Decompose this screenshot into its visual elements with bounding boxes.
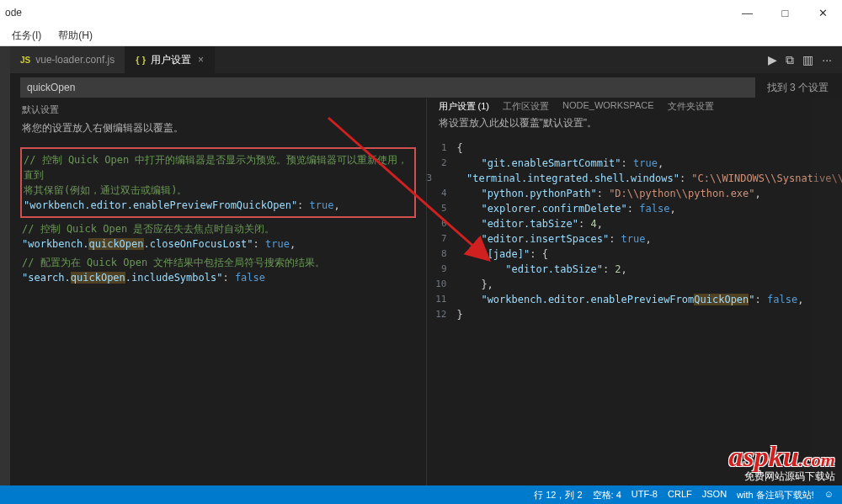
status-encoding[interactable]: UTF-8 <box>632 489 658 501</box>
code-line: 8 "[jade]": { <box>427 247 843 262</box>
setting-line: "search.quickOpen.includeSymbols": false <box>22 270 414 285</box>
status-eol[interactable]: CRLF <box>668 489 692 501</box>
status-feedback-icon[interactable]: ☺ <box>824 489 834 501</box>
settings-scope-tabs: 用户设置 (1) 工作区设置 NODE_WORKSPACE 文件夹设置 <box>427 98 843 116</box>
status-indent[interactable]: 空格: 4 <box>593 489 621 501</box>
close-button[interactable]: ✕ <box>804 0 842 25</box>
code-line: 9 "editor.tabSize": 2, <box>427 262 843 277</box>
line-content: "[jade]": { <box>457 247 843 262</box>
tab-user-settings[interactable]: { } 用户设置 × <box>125 46 215 73</box>
statusbar: 行 12，列 2 空格: 4 UTF-8 CRLF JSON with 备注码下… <box>0 485 842 504</box>
more-actions-icon[interactable]: ··· <box>822 53 832 66</box>
line-content: { <box>457 141 843 156</box>
line-number: 1 <box>427 141 457 156</box>
code-line: 3 "terminal.integrated.shell.windows": "… <box>427 171 843 186</box>
line-number: 12 <box>427 307 457 322</box>
status-extra: with 备注码下载站! <box>737 489 814 501</box>
tab-actions: ▶ ⧉ ▥ ··· <box>768 46 842 73</box>
pane-subtitle: 将设置放入此处以覆盖"默认设置"。 <box>427 116 843 137</box>
search-result-count: 找到 3 个设置 <box>764 81 832 95</box>
run-icon[interactable]: ▶ <box>768 53 777 66</box>
tab-close-icon[interactable]: × <box>198 54 204 66</box>
line-content: "terminal.integrated.shell.windows": "C:… <box>442 171 842 186</box>
settings-search-bar: 找到 3 个设置 <box>10 73 842 98</box>
minimize-button[interactable]: — <box>728 0 766 25</box>
code-line: 6 "editor.tabSize": 4, <box>427 216 843 231</box>
split-view: 默认设置 将您的设置放入右侧编辑器以覆盖。 // 控制 Quick Open 中… <box>10 98 842 485</box>
tab-label: 用户设置 <box>151 53 191 67</box>
line-number: 4 <box>427 186 457 201</box>
pane-title: 默认设置 <box>10 98 426 121</box>
line-content: "explorer.confirmDelete": false, <box>457 201 843 216</box>
status-line-col[interactable]: 行 12，列 2 <box>534 489 582 501</box>
settings-search-input[interactable] <box>20 77 755 98</box>
statusbar-right: 行 12，列 2 空格: 4 UTF-8 CRLF JSON with 备注码下… <box>534 489 834 501</box>
comment-line: 将其保留(例如，通过双击或编辑)。 <box>24 183 413 198</box>
comment-line: // 配置为在 Quick Open 文件结果中包括全局符号搜索的结果。 <box>22 255 414 270</box>
tab-workspace-scope[interactable]: 工作区设置 <box>503 100 549 113</box>
code-line: 4 "python.pythonPath": "D:\\python\\pyth… <box>427 186 843 201</box>
tab-user-scope[interactable]: 用户设置 (1) <box>439 100 490 113</box>
setting-block: // 配置为在 Quick Open 文件结果中包括全局符号搜索的结果。 "se… <box>10 253 426 287</box>
code-line: 11 "workbench.editor.enablePreviewFromQu… <box>427 292 843 307</box>
tabs-left: JS vue-loader.conf.js { } 用户设置 × <box>10 46 215 73</box>
tab-vue-loader[interactable]: JS vue-loader.conf.js <box>10 46 125 73</box>
default-settings-pane: 默认设置 将您的设置放入右侧编辑器以覆盖。 // 控制 Quick Open 中… <box>10 98 427 485</box>
line-number: 8 <box>427 247 457 262</box>
code-line: 12} <box>427 307 843 322</box>
line-content: } <box>457 307 843 322</box>
code-line: 5 "explorer.confirmDelete": false, <box>427 201 843 216</box>
window-titlebar: ode — □ ✕ <box>0 0 842 25</box>
line-content: "editor.tabSize": 2, <box>457 262 843 277</box>
minimap[interactable] <box>812 98 842 485</box>
menu-help[interactable]: 帮助(H) <box>55 27 96 45</box>
split-editor-icon[interactable]: ⧉ <box>786 53 794 67</box>
line-content: "editor.tabSize": 4, <box>457 216 843 231</box>
line-number: 3 <box>427 171 443 186</box>
js-file-icon: JS <box>20 56 30 65</box>
setting-line: "workbench.quickOpen.closeOnFocusLost": … <box>22 236 414 252</box>
main-area: JS vue-loader.conf.js { } 用户设置 × ▶ ⧉ ▥ ·… <box>10 46 842 485</box>
window-title: ode <box>0 7 22 19</box>
maximize-button[interactable]: □ <box>766 0 804 25</box>
json-file-icon: { } <box>136 55 146 65</box>
setting-line: "workbench.editor.enablePreviewFromQuick… <box>24 198 413 213</box>
line-content: }, <box>457 277 843 292</box>
user-settings-pane: 用户设置 (1) 工作区设置 NODE_WORKSPACE 文件夹设置 将设置放… <box>427 98 843 485</box>
line-content: "python.pythonPath": "D:\\python\\python… <box>457 186 843 201</box>
line-number: 2 <box>427 156 457 171</box>
user-settings-editor[interactable]: 1{2 "git.enableSmartCommit": true,3 "ter… <box>427 137 843 485</box>
highlighted-setting-block: // 控制 Quick Open 中打开的编辑器是否显示为预览。预览编辑器可以重… <box>20 147 416 218</box>
menu-tasks[interactable]: 任务(I) <box>8 27 45 45</box>
pane-subtitle: 将您的设置放入右侧编辑器以覆盖。 <box>10 121 426 142</box>
menubar: 任务(I) 帮助(H) <box>0 25 842 46</box>
code-line: 7 "editor.insertSpaces": true, <box>427 231 843 247</box>
default-settings-editor[interactable]: // 控制 Quick Open 中打开的编辑器是否显示为预览。预览编辑器可以重… <box>10 142 426 485</box>
code-line: 2 "git.enableSmartCommit": true, <box>427 156 843 171</box>
layout-icon[interactable]: ▥ <box>802 53 813 66</box>
line-content: "workbench.editor.enablePreviewFromQuick… <box>457 292 843 307</box>
tab-node-workspace[interactable]: NODE_WORKSPACE <box>562 100 654 113</box>
tab-folder-scope[interactable]: 文件夹设置 <box>668 100 714 113</box>
comment-line: // 控制 Quick Open 中打开的编辑器是否显示为预览。预览编辑器可以重… <box>24 152 413 183</box>
status-language[interactable]: JSON <box>702 489 727 501</box>
line-content: "editor.insertSpaces": true, <box>457 231 843 247</box>
content-area: JS vue-loader.conf.js { } 用户设置 × ▶ ⧉ ▥ ·… <box>0 46 842 485</box>
line-number: 10 <box>427 277 457 292</box>
line-number: 11 <box>427 292 457 307</box>
line-number: 9 <box>427 262 457 277</box>
window-controls: — □ ✕ <box>728 0 842 25</box>
activity-bar[interactable] <box>0 46 10 485</box>
code-line: 10 }, <box>427 277 843 292</box>
editor-tabs-bar: JS vue-loader.conf.js { } 用户设置 × ▶ ⧉ ▥ ·… <box>10 46 842 73</box>
setting-block: // 控制 Quick Open 是否应在失去焦点时自动关闭。 "workben… <box>10 220 426 253</box>
line-number: 5 <box>427 201 457 216</box>
tab-label: vue-loader.conf.js <box>35 54 115 66</box>
line-number: 7 <box>427 231 457 247</box>
line-content: "git.enableSmartCommit": true, <box>457 156 843 171</box>
line-number: 6 <box>427 216 457 231</box>
comment-line: // 控制 Quick Open 是否应在失去焦点时自动关闭。 <box>22 221 414 236</box>
code-line: 1{ <box>427 141 843 156</box>
